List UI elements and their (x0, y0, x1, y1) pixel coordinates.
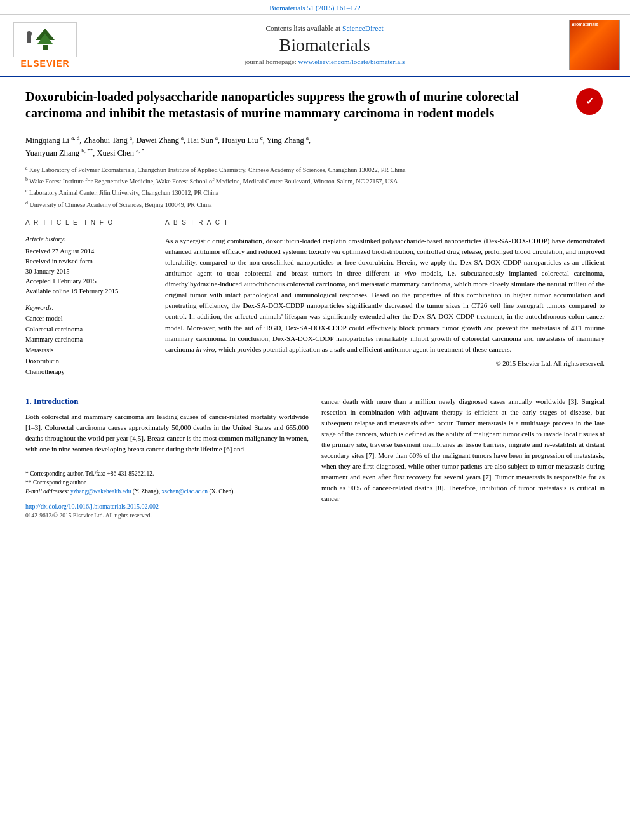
abstract-col: A B S T R A C T As a synergistic drug co… (165, 219, 605, 378)
article-info-divider (25, 230, 152, 230)
keyword-mammary: Mammary carcinoma (25, 335, 152, 345)
keyword-doxorubicin: Doxorubicin (25, 356, 152, 367)
homepage-line: journal homepage: www.elsevier.com/locat… (245, 58, 405, 65)
footnote-star2: ** Corresponding author (25, 478, 309, 487)
accepted-date: Accepted 1 February 2015 (25, 276, 152, 286)
article-title-text: Doxorubicin-loaded polysaccharide nanopa… (25, 88, 568, 128)
sciencedirect-link[interactable]: ScienceDirect (342, 25, 384, 32)
svg-point-3 (27, 31, 32, 36)
footnote-email: E-mail addresses: yzhang@wakehealth.edu … (25, 487, 309, 496)
intro-right-col: cancer death with more than a million ne… (321, 396, 605, 519)
journal-cover-thumbnail (569, 20, 620, 70)
affiliation-d: d University of Chinese Academy of Scien… (25, 199, 605, 210)
elsevier-logo-block: ELSEVIER (10, 22, 80, 69)
article-info-header: A R T I C L E I N F O (25, 219, 152, 226)
elsevier-wordmark: ELSEVIER (20, 58, 69, 69)
journal-center-info: Contents lists available at ScienceDirec… (80, 25, 569, 65)
svg-rect-4 (27, 36, 31, 43)
received-date: Received 27 August 2014 (25, 246, 152, 257)
article-title-section: Doxorubicin-loaded polysaccharide nanopa… (25, 88, 605, 128)
copyright-line: © 2015 Elsevier Ltd. All rights reserved… (165, 360, 605, 367)
footnote-star1: * Corresponding author. Tel./fax: +86 43… (25, 469, 309, 478)
keyword-cancer-model: Cancer model (25, 314, 152, 324)
doi-url[interactable]: http://dx.doi.org/10.1016/j.biomaterials… (25, 503, 159, 510)
authors-line: Mingqiang Li a, d, Zhaohui Tang a, Dawei… (25, 134, 605, 159)
journal-name-display: Biomaterials (279, 35, 370, 55)
email-xschen[interactable]: xschen@ciac.ac.cn (162, 488, 208, 495)
homepage-label: journal homepage: (245, 58, 297, 65)
article-title: Doxorubicin-loaded polysaccharide nanopa… (25, 88, 568, 121)
elsevier-logo-img (13, 22, 77, 57)
introduction-section: 1. Introduction Both colorectal and mamm… (25, 396, 605, 519)
keyword-chemotherapy: Chemotherapy (25, 367, 152, 378)
homepage-url[interactable]: www.elsevier.com/locate/biomaterials (298, 58, 405, 65)
intro-left-col: 1. Introduction Both colorectal and mamm… (25, 396, 309, 519)
intro-right-paragraph1: cancer death with more than a million ne… (321, 396, 605, 504)
journal-reference: Biomaterials 51 (2015) 161–172 (269, 4, 360, 11)
intro-section-title: 1. Introduction (25, 396, 309, 406)
article-history-rows: Received 27 August 2014 Received in revi… (25, 246, 152, 297)
keyword-colorectal: Colorectal carcinoma (25, 324, 152, 335)
abstract-divider (165, 230, 605, 230)
doi-line[interactable]: http://dx.doi.org/10.1016/j.biomaterials… (25, 503, 309, 510)
abstract-text: As a synergistic drug combination, doxor… (165, 236, 605, 355)
article-info-abstract-row: A R T I C L E I N F O Article history: R… (25, 219, 605, 378)
abstract-header: A B S T R A C T (165, 219, 605, 226)
contents-line: Contents lists available at ScienceDirec… (265, 25, 383, 32)
received-revised-label: Received in revised form (25, 257, 152, 267)
svg-rect-0 (43, 45, 48, 50)
elsevier-tree-icon (20, 27, 70, 51)
keywords-label: Keywords: (25, 304, 152, 311)
svg-text:✓: ✓ (586, 96, 594, 107)
article-history-label: Article history: (25, 236, 152, 243)
crossmark-circle: ✓ (576, 88, 603, 115)
journal-reference-bar: Biomaterials 51 (2015) 161–172 (0, 0, 630, 15)
authors-text: Mingqiang Li a, d, Zhaohui Tang a, Dawei… (25, 136, 311, 157)
journal-header: ELSEVIER Contents lists available at Sci… (0, 15, 630, 77)
left-metadata-col: A R T I C L E I N F O Article history: R… (25, 219, 152, 378)
crossmark-badge[interactable]: ✓ (576, 88, 605, 117)
affiliation-b: b Wake Forest Institute for Regenerative… (25, 176, 605, 187)
affiliation-a: a Key Laboratory of Polymer Ecomaterials… (25, 164, 605, 175)
keywords-section: Keywords: Cancer model Colorectal carcin… (25, 304, 152, 378)
intro-number: 1. (25, 396, 32, 406)
footnote-section: * Corresponding author. Tel./fax: +86 43… (25, 465, 309, 497)
intro-left-paragraph1: Both colorectal and mammary carcinoma ar… (25, 411, 309, 455)
email-yzhang[interactable]: yzhang@wakehealth.edu (70, 488, 131, 495)
affiliations-block: a Key Laboratory of Polymer Ecomaterials… (25, 164, 605, 210)
body-divider (25, 387, 605, 387)
keyword-metastasis: Metastasis (25, 345, 152, 356)
issn-line: 0142-9612/© 2015 Elsevier Ltd. All right… (25, 512, 309, 519)
contents-text: Contents lists available at (265, 25, 340, 32)
article-body: Doxorubicin-loaded polysaccharide nanopa… (0, 88, 630, 519)
revised-date: 30 January 2015 (25, 267, 152, 277)
affiliation-c: c Laboratory Animal Center, Jilin Univer… (25, 187, 605, 198)
intro-title-text: Introduction (34, 396, 79, 406)
online-date: Available online 19 February 2015 (25, 286, 152, 297)
